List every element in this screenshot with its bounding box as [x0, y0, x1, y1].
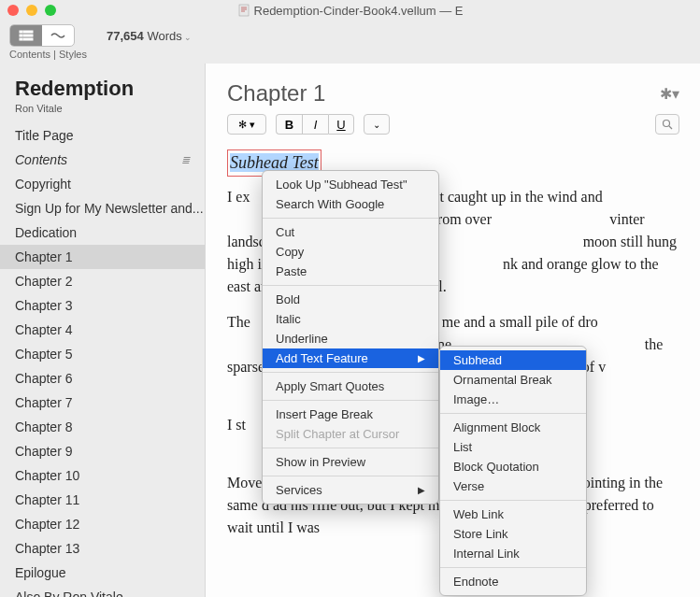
menu-services[interactable]: Services ▶: [263, 480, 438, 500]
nav-item-label: Dedication: [15, 225, 77, 240]
nav-item-label: Sign Up for My Newsletter and...: [15, 201, 204, 216]
nav-item[interactable]: Epilogue: [0, 561, 205, 585]
nav-item-label: Chapter 11: [15, 492, 79, 507]
minimize-window-button[interactable]: [26, 5, 37, 16]
menu-insert-page-break[interactable]: Insert Page Break: [263, 405, 438, 424]
svg-line-8: [669, 126, 672, 129]
submenu-image[interactable]: Image…: [440, 390, 586, 409]
toc-icon: ≣: [181, 154, 190, 166]
chevron-right-icon: ▶: [418, 353, 425, 363]
submenu-web-link[interactable]: Web Link: [440, 505, 586, 524]
nav-item[interactable]: Contents≣: [0, 148, 205, 172]
nav-item-label: Chapter 9: [15, 444, 72, 459]
menu-lookup[interactable]: Look Up "Subhead Test": [263, 175, 438, 194]
word-count[interactable]: 77,654 Words⌄: [107, 29, 192, 43]
nav-item[interactable]: Dedication: [0, 220, 205, 245]
nav-item-label: Chapter 13: [15, 541, 79, 556]
style-dropdown[interactable]: ✻ ▾: [227, 114, 266, 135]
submenu-internal-link[interactable]: Internal Link: [440, 544, 586, 563]
nav-item-label: Chapter 8: [15, 419, 72, 434]
sidebar-tabs[interactable]: Contents | Styles: [0, 49, 700, 64]
underline-button[interactable]: U: [328, 114, 354, 135]
nav-item[interactable]: Sign Up for My Newsletter and...: [0, 196, 205, 220]
document-icon: [237, 4, 250, 17]
svg-rect-0: [239, 5, 249, 16]
window-title: Redemption-Cinder-Book4.vellum — E: [237, 4, 464, 18]
chapter-title[interactable]: Chapter 1: [227, 80, 325, 107]
view-mode-segmented-control: [9, 24, 75, 47]
submenu-ornamental-break[interactable]: Ornamental Break: [440, 370, 586, 390]
menu-smart-quotes[interactable]: Apply Smart Quotes: [263, 377, 438, 396]
nav-item[interactable]: Chapter 9: [0, 439, 205, 463]
nav-item[interactable]: Chapter 8: [0, 415, 205, 439]
add-text-feature-submenu: Subhead Ornamental Break Image… Alignmen…: [439, 346, 587, 596]
book-title: Redemption: [15, 77, 190, 101]
nav-item[interactable]: Chapter 11: [0, 488, 205, 512]
nav-item-label: Chapter 2: [15, 274, 72, 289]
nav-item-label: Chapter 12: [15, 517, 79, 532]
chapter-settings-button[interactable]: ✱▾: [660, 85, 679, 103]
nav-item[interactable]: Chapter 7: [0, 391, 205, 415]
navigator-sidebar: Redemption Ron Vitale Title PageContents…: [0, 64, 206, 597]
svg-rect-4: [23, 35, 33, 36]
preview-view-button[interactable]: [42, 25, 74, 46]
nav-item-label: Copyright: [15, 177, 71, 192]
submenu-endnote[interactable]: Endnote: [440, 572, 586, 591]
nav-item-label: Contents: [15, 152, 67, 167]
svg-rect-1: [20, 31, 22, 33]
nav-item[interactable]: Chapter 5: [0, 342, 205, 366]
nav-item-label: Chapter 1: [15, 249, 72, 264]
nav-item[interactable]: Chapter 12: [0, 512, 205, 536]
nav-item-label: Epilogue: [15, 565, 66, 580]
nav-item[interactable]: Chapter 2: [0, 269, 205, 293]
submenu-alignment-block[interactable]: Alignment Block: [440, 418, 586, 437]
nav-item-label: Also By Ron Vitale: [15, 590, 123, 597]
nav-item[interactable]: Chapter 10: [0, 463, 205, 488]
more-format-dropdown[interactable]: ⌄: [364, 114, 390, 135]
submenu-list[interactable]: List: [440, 437, 586, 457]
nav-item-label: Chapter 5: [15, 347, 72, 362]
chevron-right-icon: ▶: [418, 485, 425, 495]
menu-cut[interactable]: Cut: [263, 222, 438, 242]
search-button[interactable]: [655, 114, 679, 135]
nav-item-label: Chapter 6: [15, 371, 72, 386]
nav-item[interactable]: Chapter 1: [0, 245, 205, 269]
navigator-view-button[interactable]: [10, 25, 42, 46]
nav-item[interactable]: Also By Ron Vitale: [0, 585, 205, 597]
nav-item[interactable]: Chapter 6: [0, 366, 205, 391]
search-icon: [662, 119, 673, 130]
bold-button[interactable]: B: [276, 114, 302, 135]
window-titlebar: Redemption-Cinder-Book4.vellum — E: [0, 0, 700, 21]
context-menu: Look Up "Subhead Test" Search With Googl…: [262, 170, 439, 505]
submenu-store-link[interactable]: Store Link: [440, 524, 586, 544]
menu-add-text-feature[interactable]: Add Text Feature ▶: [263, 348, 438, 368]
nav-item[interactable]: Chapter 3: [0, 293, 205, 318]
submenu-subhead[interactable]: Subhead: [440, 350, 586, 370]
nav-item-label: Chapter 4: [15, 322, 72, 337]
submenu-block-quotation[interactable]: Block Quotation: [440, 457, 586, 476]
zoom-window-button[interactable]: [45, 5, 56, 16]
nav-item[interactable]: Chapter 4: [0, 318, 205, 342]
svg-rect-6: [23, 38, 33, 40]
nav-item-label: Chapter 3: [15, 298, 72, 313]
svg-rect-5: [20, 38, 22, 40]
nav-item-label: Title Page: [15, 128, 74, 143]
menu-paste[interactable]: Paste: [263, 262, 438, 281]
nav-item[interactable]: Copyright: [0, 172, 205, 196]
menu-underline[interactable]: Underline: [263, 329, 438, 348]
svg-point-7: [664, 121, 670, 127]
menu-bold[interactable]: Bold: [263, 290, 438, 309]
menu-copy[interactable]: Copy: [263, 242, 438, 262]
submenu-verse[interactable]: Verse: [440, 476, 586, 496]
italic-button[interactable]: I: [302, 114, 328, 135]
menu-search-google[interactable]: Search With Google: [263, 194, 438, 214]
nav-item-label: Chapter 10: [15, 468, 79, 483]
nav-item[interactable]: Title Page: [0, 123, 205, 148]
menu-split-chapter: Split Chapter at Cursor: [263, 424, 438, 444]
menu-show-preview[interactable]: Show in Preview: [263, 452, 438, 472]
close-window-button[interactable]: [7, 5, 19, 16]
menu-italic[interactable]: Italic: [263, 309, 438, 329]
svg-rect-3: [20, 35, 22, 36]
nav-item-label: Chapter 7: [15, 395, 72, 410]
nav-item[interactable]: Chapter 13: [0, 536, 205, 561]
